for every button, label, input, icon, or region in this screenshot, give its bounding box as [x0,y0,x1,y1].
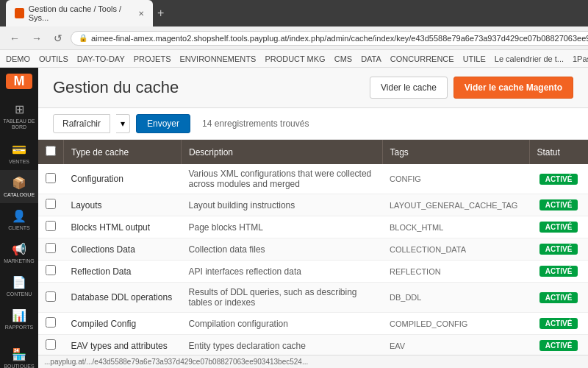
table-header-row: Type de cache Description Tags Statut [38,140,588,164]
bookmark-product-mkg[interactable]: PRODUCT MKG [265,54,325,63]
bookmark-environnements[interactable]: ENVIRONNEMENTS [179,54,256,63]
status-badge: ACTIVÉ [539,266,578,277]
row-checkbox-cell[interactable] [38,283,64,313]
row-checkbox-cell[interactable] [38,238,64,261]
sidebar-label-ventes: VENTES [9,159,29,164]
sidebar-item-marketing[interactable]: 📢 MARKETING [0,236,38,269]
row-tags: REFLECTION [382,261,529,283]
sidebar-item-boutiques[interactable]: 🏪 BOUTIQUES [0,342,38,368]
row-tags: BLOCK_HTML [382,216,529,238]
row-type: Database DDL operations [64,283,182,313]
table-row: Configuration Various XML configurations… [38,164,588,194]
reload-btn[interactable]: ↺ [50,31,66,46]
sidebar-label-rapports: RAPPORTS [5,325,33,330]
bookmark-outils[interactable]: OUTILS [39,54,68,63]
forward-btn[interactable]: → [28,31,46,46]
clients-icon: 👤 [12,209,26,223]
status-badge: ACTIVÉ [539,199,578,210]
url-bar[interactable]: 🔒 aimee-final-amex.magento2.shopshelf.to… [71,31,588,46]
row-status: ACTIVÉ [529,238,588,261]
sidebar-item-dashboard[interactable]: ⊞ TABLEAU DE BORD [0,96,38,137]
row-status: ACTIVÉ [529,194,588,216]
th-checkbox [38,140,64,164]
status-badge: ACTIVÉ [539,292,578,303]
magento-logo[interactable]: M [6,74,32,89]
row-checkbox-cell[interactable] [38,216,64,238]
table-row: EAV types and attributes Entity types de… [38,335,588,355]
page-title: Gestion du cache [53,78,179,97]
select-all-checkbox[interactable] [46,146,56,156]
rafraichir-dropdown-btn[interactable]: ▾ [116,114,130,133]
row-checkbox-cell[interactable] [38,164,64,194]
row-status: ACTIVÉ [529,283,588,313]
row-status: ACTIVÉ [529,261,588,283]
lock-icon: 🔒 [79,34,87,42]
vider-cache-magento-btn[interactable]: Vider le cache Magento [453,77,573,99]
contenu-icon: 📄 [12,275,26,289]
bookmark-utile[interactable]: UTILE [463,54,486,63]
page-header: Gestion du cache Vider le cache Vider le… [38,68,588,108]
row-description: Results of DDL queries, such as describi… [182,283,383,313]
sidebar-label-catalogue: CATALOGUE [4,192,35,197]
row-tags: COMPILED_CONFIG [382,313,529,335]
bookmark-1password[interactable]: 1Password [573,54,588,63]
bookmark-data[interactable]: DATA [361,54,381,63]
sidebar-item-ventes[interactable]: 💳 VENTES [0,137,38,170]
sidebar-item-rapports[interactable]: 📊 RAPPORTS [0,302,38,336]
row-checkbox[interactable] [46,221,56,231]
th-statut: Statut [529,140,588,164]
sidebar-label-dashboard: TABLEAU DE BORD [3,118,35,131]
row-checkbox[interactable] [46,243,56,253]
row-checkbox[interactable] [46,339,56,350]
bookmark-day-to-day[interactable]: DAY-TO-DAY [77,54,125,63]
status-badge: ACTIVÉ [539,244,578,255]
envoyer-btn[interactable]: Envoyer [136,114,190,133]
bookmark-calendrier[interactable]: Le calendrier de t... [495,54,564,63]
tab-favicon [15,8,24,18]
browser-tab[interactable]: Gestion du cache / Tools / Sys... ✕ [6,0,153,26]
table-row: Database DDL operations Results of DDL q… [38,283,588,313]
sidebar: M ⊞ TABLEAU DE BORD 💳 VENTES 📦 CATALOGUE… [0,68,38,368]
browser-nav: ← → ↺ 🔒 aimee-final-amex.magento2.shopsh… [0,26,588,50]
bookmark-projets[interactable]: PROJETS [134,54,171,63]
tab-label: Gestion du cache / Tools / Sys... [29,4,134,22]
sidebar-item-clients[interactable]: 👤 CLIENTS [0,203,38,236]
row-type: EAV types and attributes [64,335,182,355]
table-row: Blocks HTML output Page blocks HTML BLOC… [38,216,588,238]
new-tab-btn[interactable]: + [157,7,164,20]
row-status: ACTIVÉ [529,164,588,194]
row-type: Reflection Data [64,261,182,283]
row-checkbox[interactable] [46,291,56,302]
bookmark-demo[interactable]: DEMO [6,54,30,63]
row-description: Entity types declaration cache [182,335,383,355]
rapports-icon: 📊 [12,308,26,322]
row-checkbox-cell[interactable] [38,194,64,216]
row-type: Collections Data [64,238,182,261]
row-tags: LAYOUT_GENERAL_CACHE_TAG [382,194,529,216]
sidebar-item-contenu[interactable]: 📄 CONTENU [0,269,38,302]
row-checkbox[interactable] [46,317,56,328]
row-checkbox[interactable] [46,173,56,183]
row-checkbox-cell[interactable] [38,335,64,355]
close-tab-btn[interactable]: ✕ [138,10,144,18]
status-badge: ACTIVÉ [539,174,578,185]
row-checkbox-cell[interactable] [38,261,64,283]
rafraichir-btn[interactable]: Rafraîchir [53,114,110,133]
row-status: ACTIVÉ [529,313,588,335]
row-checkbox-cell[interactable] [38,313,64,335]
vider-cache-btn[interactable]: Vider le cache [370,77,448,99]
status-bar: ...payplug.at/.../e43d5588e79a6e73a937d4… [38,355,588,368]
sidebar-item-catalogue[interactable]: 📦 CATALOGUE [0,170,38,203]
marketing-icon: 📢 [12,242,26,256]
bookmark-cms[interactable]: CMS [334,54,352,63]
ventes-icon: 💳 [12,143,26,157]
bookmark-concurrence[interactable]: CONCURRENCE [390,54,454,63]
row-description: Layout building instructions [182,194,383,216]
row-description: Compilation configuration [182,313,383,335]
row-description: API interfaces reflection data [182,261,383,283]
back-btn[interactable]: ← [6,31,24,46]
row-checkbox[interactable] [46,265,56,275]
row-description: Page blocks HTML [182,216,383,238]
status-badge: ACTIVÉ [539,340,578,351]
row-checkbox[interactable] [46,199,56,209]
